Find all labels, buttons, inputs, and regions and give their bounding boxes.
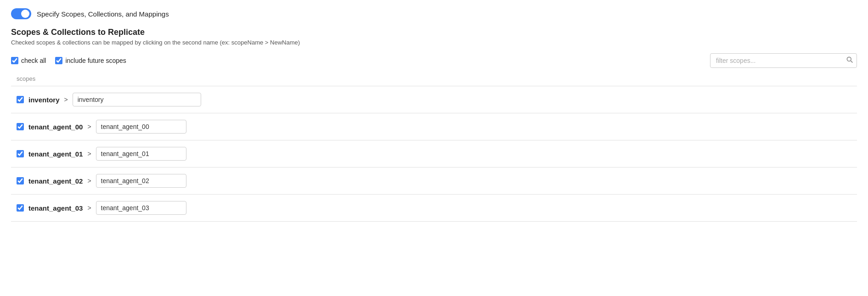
scope-mapped-input-2[interactable] xyxy=(96,147,186,161)
scope-arrow-0: > xyxy=(64,96,68,103)
include-future-option[interactable]: include future scopes xyxy=(55,57,126,64)
scope-mapped-input-4[interactable] xyxy=(96,201,186,215)
scope-arrow-4: > xyxy=(87,204,91,212)
svg-point-0 xyxy=(847,57,851,61)
scope-checkbox-2[interactable] xyxy=(17,150,24,157)
table-row: tenant_agent_00> xyxy=(11,113,857,140)
section-subtitle: Checked scopes & collections can be mapp… xyxy=(11,39,857,46)
scope-cell-3: tenant_agent_02> xyxy=(11,168,857,195)
table-row: tenant_agent_02> xyxy=(11,168,857,195)
scope-checkbox-4[interactable] xyxy=(17,204,24,212)
specify-scopes-toggle[interactable] xyxy=(11,8,31,19)
table-row: tenant_agent_03> xyxy=(11,195,857,222)
scope-mapped-input-3[interactable] xyxy=(96,174,186,188)
scope-checkbox-3[interactable] xyxy=(17,177,24,184)
scope-cell-4: tenant_agent_03> xyxy=(11,195,857,222)
scope-checkbox-0[interactable] xyxy=(17,96,24,103)
scope-checkbox-1[interactable] xyxy=(17,123,24,130)
table-row: tenant_agent_01> xyxy=(11,140,857,168)
check-all-checkbox[interactable] xyxy=(11,57,18,64)
controls-row: check all include future scopes xyxy=(11,53,857,68)
scope-name-3: tenant_agent_02 xyxy=(28,177,83,185)
include-future-label: include future scopes xyxy=(65,57,126,64)
scope-arrow-2: > xyxy=(87,150,91,157)
scope-name-2: tenant_agent_01 xyxy=(28,150,83,158)
section-title: Scopes & Collections to Replicate xyxy=(11,28,857,37)
filter-search-icon[interactable] xyxy=(846,56,853,65)
table-row: inventory> xyxy=(11,86,857,113)
scope-arrow-1: > xyxy=(87,123,91,130)
toggle-row: Specify Scopes, Collections, and Mapping… xyxy=(11,8,857,19)
include-future-checkbox[interactable] xyxy=(55,57,62,64)
check-all-option[interactable]: check all xyxy=(11,57,46,64)
scope-cell-2: tenant_agent_01> xyxy=(11,140,857,168)
svg-line-1 xyxy=(851,61,852,62)
scope-cell-0: inventory> xyxy=(11,86,857,113)
scopes-table-body: inventory>tenant_agent_00>tenant_agent_0… xyxy=(11,86,857,222)
toggle-label: Specify Scopes, Collections, and Mapping… xyxy=(37,10,169,18)
scope-mapped-input-1[interactable] xyxy=(96,120,186,134)
scopes-table-header: scopes xyxy=(11,73,857,86)
scope-cell-1: tenant_agent_00> xyxy=(11,113,857,140)
scope-name-0: inventory xyxy=(28,96,60,104)
controls-left: check all include future scopes xyxy=(11,57,126,64)
scope-name-4: tenant_agent_03 xyxy=(28,204,83,212)
scope-arrow-3: > xyxy=(87,177,91,184)
filter-container xyxy=(710,53,857,68)
scope-mapped-input-0[interactable] xyxy=(73,93,201,106)
check-all-label: check all xyxy=(21,57,46,64)
scopes-column-header: scopes xyxy=(11,73,857,86)
scopes-table: scopes inventory>tenant_agent_00>tenant_… xyxy=(11,73,857,222)
filter-scopes-input[interactable] xyxy=(710,53,857,68)
scope-name-1: tenant_agent_00 xyxy=(28,123,83,131)
